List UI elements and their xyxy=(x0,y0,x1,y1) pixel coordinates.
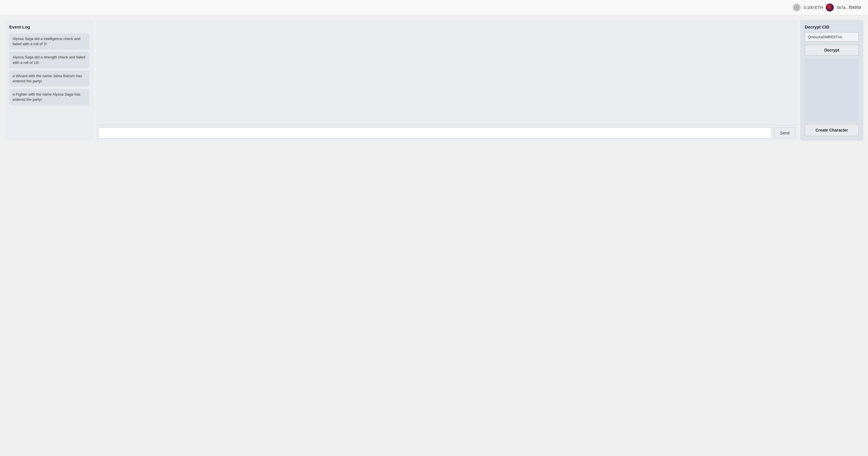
chat-input-row: Send xyxy=(96,125,798,141)
account-address: 0x7a...f59959 xyxy=(837,5,861,10)
event-log-panel: Event Log Alyssa Saga did a intelligence… xyxy=(5,20,94,141)
eth-balance: 0.100 ETH xyxy=(804,5,823,10)
decrypt-cid-input[interactable] xyxy=(805,32,859,42)
right-panel: Decrypt CID Decrypt Create Character xyxy=(800,20,863,141)
chat-messages xyxy=(96,20,798,125)
decrypt-button[interactable]: Decrypt xyxy=(805,45,859,56)
list-item: Alyssa Saga did a intelligence check and… xyxy=(9,33,89,50)
decrypt-cid-title: Decrypt CID xyxy=(805,25,859,29)
chat-input[interactable] xyxy=(98,127,772,139)
list-item: a Fighter with the name Alyssa Saga has … xyxy=(9,89,89,105)
account-avatar xyxy=(826,3,834,11)
header: 0.100 ETH 0x7a...f59959 xyxy=(0,0,868,15)
list-item: Alyssa Saga did a strength check and fai… xyxy=(9,52,89,68)
create-character-button[interactable]: Create Character xyxy=(805,124,859,136)
chat-panel: Send xyxy=(96,20,798,141)
decrypt-result-area xyxy=(805,58,859,121)
send-button[interactable]: Send xyxy=(774,127,796,139)
main-area: Event Log Alyssa Saga did a intelligence… xyxy=(0,15,868,454)
wallet-icon xyxy=(793,3,801,11)
event-log-title: Event Log xyxy=(9,25,89,29)
list-item: a Wizard with the name Jahra Barium has … xyxy=(9,70,89,87)
